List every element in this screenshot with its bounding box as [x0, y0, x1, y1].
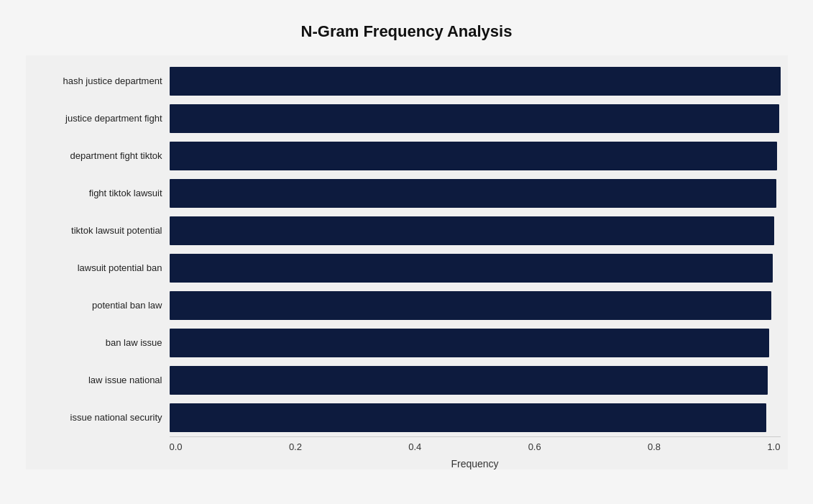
bar-row: issue national security — [33, 399, 781, 436]
chart-title: N-Gram Frequency Analysis — [301, 22, 513, 41]
bar-label: tiktok lawsuit potential — [33, 225, 170, 236]
bar-label: department fight tiktok — [33, 150, 170, 161]
bar-label: law issue national — [33, 375, 170, 385]
x-tick: 0.6 — [528, 441, 541, 452]
bar-label: fight tiktok lawsuit — [33, 188, 170, 198]
bar-row: lawsuit potential ban — [33, 249, 781, 287]
bar-fill — [170, 142, 778, 170]
bar-fill — [170, 216, 775, 245]
bar-fill — [170, 67, 781, 96]
bar-fill — [170, 291, 771, 320]
x-tick: 0.4 — [408, 441, 421, 452]
x-tick: 0.0 — [170, 441, 183, 452]
bar-fill — [170, 329, 770, 357]
bar-row: tiktok lawsuit potential — [33, 212, 781, 249]
bar-track — [170, 254, 781, 283]
bar-track — [170, 179, 781, 208]
bar-track — [170, 142, 781, 170]
x-ticks: 0.00.20.40.60.81.0 — [170, 437, 781, 452]
bar-row: department fight tiktok — [33, 137, 781, 175]
bar-track — [170, 291, 781, 320]
x-tick: 1.0 — [767, 441, 780, 452]
bars-section: hash justice departmentjustice departmen… — [33, 63, 781, 436]
bar-track — [170, 104, 781, 133]
bar-fill — [170, 104, 779, 133]
bar-row: law issue national — [33, 362, 781, 399]
bar-fill — [170, 254, 773, 283]
x-tick: 0.2 — [289, 441, 302, 452]
x-axis-label: Frequency — [170, 458, 781, 469]
bar-row: justice department fight — [33, 100, 781, 137]
bar-track — [170, 366, 781, 395]
bar-label: potential ban law — [33, 300, 170, 311]
bar-label: justice department fight — [33, 113, 170, 124]
chart-container: N-Gram Frequency Analysis hash justice d… — [12, 8, 802, 497]
bar-fill — [170, 403, 766, 432]
bar-label: lawsuit potential ban — [33, 262, 170, 273]
x-tick: 0.8 — [648, 441, 661, 452]
chart-area: hash justice departmentjustice departmen… — [26, 55, 788, 469]
bar-row: ban law issue — [33, 324, 781, 362]
bar-label: issue national security — [33, 412, 170, 423]
bar-label: hash justice department — [33, 75, 170, 86]
bar-track — [170, 67, 781, 96]
bar-row: hash justice department — [33, 63, 781, 100]
bar-row: fight tiktok lawsuit — [33, 175, 781, 212]
bar-fill — [170, 179, 776, 208]
bar-fill — [170, 366, 768, 395]
bar-label: ban law issue — [33, 337, 170, 348]
bar-row: potential ban law — [33, 287, 781, 324]
bottom-section: 0.00.20.40.60.81.0 Frequency — [170, 436, 781, 469]
bar-track — [170, 329, 781, 357]
bar-track — [170, 216, 781, 245]
bar-track — [170, 403, 781, 432]
